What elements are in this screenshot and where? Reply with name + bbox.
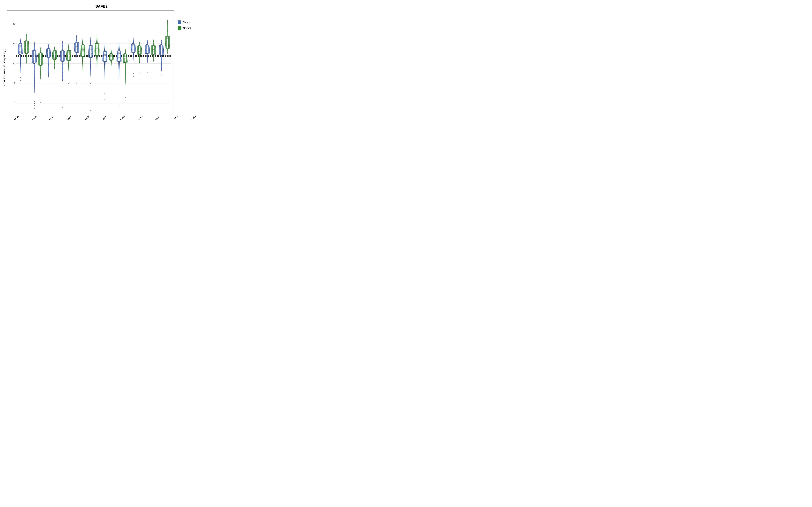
svg-point-498	[48, 54, 48, 54]
svg-point-762	[77, 47, 78, 47]
svg-point-1654	[168, 38, 168, 39]
svg-point-1438	[146, 49, 146, 50]
svg-point-501	[47, 53, 47, 53]
svg-point-1615	[166, 48, 166, 49]
svg-point-1115	[110, 55, 111, 55]
svg-point-451	[39, 54, 39, 55]
svg-point-1373	[139, 48, 139, 49]
svg-point-299	[26, 47, 26, 47]
svg-point-1142	[119, 72, 119, 72]
svg-point-670	[68, 60, 68, 60]
svg-point-1510	[155, 50, 155, 50]
svg-point-632	[61, 55, 61, 55]
svg-point-1420	[147, 53, 147, 53]
svg-point-1256	[133, 60, 133, 60]
svg-point-1408	[147, 58, 147, 58]
svg-point-557	[54, 57, 55, 57]
svg-point-624	[61, 57, 61, 58]
svg-rect-1197	[124, 54, 126, 62]
svg-point-1017	[103, 61, 103, 61]
svg-point-607	[62, 70, 63, 70]
svg-point-353	[34, 66, 35, 67]
svg-point-1383	[141, 47, 141, 47]
svg-point-1320	[133, 38, 133, 38]
svg-point-1555	[161, 62, 161, 62]
svg-point-729	[77, 56, 77, 56]
svg-point-851	[84, 48, 85, 49]
svg-point-431	[39, 59, 39, 60]
svg-point-304	[26, 46, 26, 46]
svg-point-1547	[161, 71, 161, 71]
svg-point-1316	[133, 41, 133, 41]
svg-point-276	[26, 52, 26, 52]
svg-point-1086	[112, 59, 113, 59]
legend-item-normal: Normal	[177, 26, 198, 30]
svg-point-647	[64, 51, 64, 51]
svg-point-1044	[104, 54, 105, 55]
svg-point-1303	[133, 45, 133, 46]
svg-point-427	[39, 61, 39, 61]
svg-point-1558	[161, 59, 161, 59]
svg-point-580	[53, 52, 53, 52]
svg-point-1317	[133, 40, 133, 41]
svg-point-303	[24, 46, 25, 46]
svg-point-1603	[163, 45, 163, 46]
svg-point-1290	[132, 48, 133, 48]
svg-point-1119	[110, 54, 111, 54]
svg-point-508	[50, 52, 50, 52]
svg-point-1357	[139, 51, 140, 52]
svg-point-708	[70, 52, 70, 53]
svg-point-1325	[139, 62, 140, 62]
svg-point-1583	[163, 51, 163, 51]
svg-point-1441	[149, 49, 149, 50]
svg-point-1088	[110, 58, 110, 58]
svg-point-1619	[166, 47, 166, 48]
svg-point-1656	[166, 37, 166, 37]
svg-point-1533	[153, 46, 153, 46]
svg-point-1554	[161, 63, 161, 64]
svg-point-334	[20, 77, 21, 78]
svg-point-1239	[124, 55, 125, 55]
svg-point-1102	[109, 56, 110, 57]
svg-point-1035	[103, 57, 104, 57]
svg-point-743	[75, 50, 75, 50]
svg-point-637	[62, 53, 62, 54]
svg-point-1226	[123, 59, 124, 59]
svg-point-290	[26, 49, 27, 49]
svg-point-1319	[133, 39, 133, 39]
svg-point-379	[33, 53, 33, 53]
svg-point-891	[91, 56, 92, 56]
svg-point-1406	[147, 60, 147, 60]
svg-point-209	[20, 63, 20, 63]
svg-point-1579	[163, 52, 163, 52]
svg-point-1151	[117, 61, 117, 61]
svg-point-457	[41, 53, 41, 54]
svg-point-267	[26, 57, 27, 57]
svg-point-446	[42, 56, 42, 57]
svg-point-1242	[124, 54, 124, 54]
svg-point-794	[77, 39, 77, 40]
svg-point-629	[62, 56, 62, 56]
svg-point-1093	[110, 57, 110, 58]
svg-point-238	[18, 48, 19, 48]
svg-point-1655	[169, 38, 169, 39]
svg-point-1499	[154, 51, 154, 52]
svg-point-1137	[119, 78, 119, 79]
svg-point-357	[35, 63, 35, 63]
svg-point-484	[48, 62, 49, 62]
svg-point-1003	[105, 77, 105, 78]
svg-point-423	[40, 62, 40, 62]
svg-point-943	[96, 55, 97, 55]
svg-point-602	[62, 76, 63, 77]
svg-point-229	[21, 51, 22, 52]
svg-point-932	[97, 66, 97, 66]
svg-point-642	[63, 52, 63, 52]
svg-point-868	[83, 39, 83, 40]
svg-point-825	[85, 55, 85, 55]
svg-point-1257	[133, 59, 133, 59]
svg-point-885	[91, 60, 91, 60]
svg-point-1622	[169, 47, 169, 48]
svg-point-686	[69, 57, 70, 57]
svg-point-689	[68, 56, 68, 56]
svg-point-372	[34, 56, 34, 56]
